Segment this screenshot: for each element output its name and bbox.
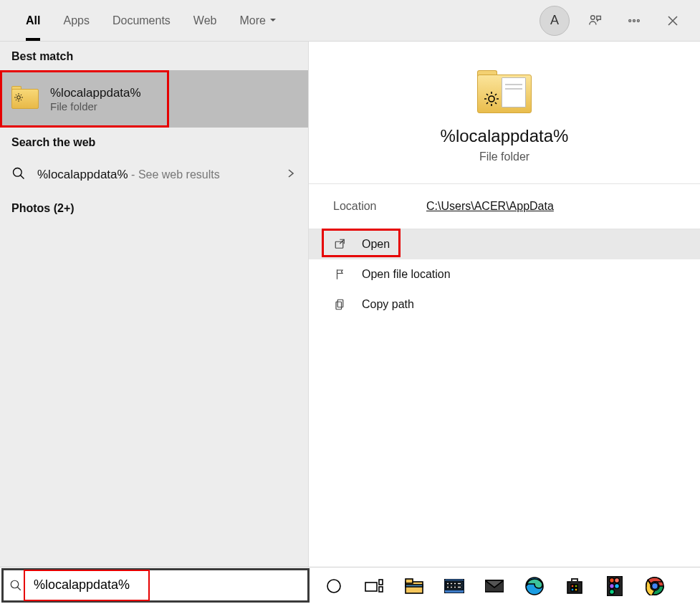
tab-web[interactable]: Web <box>182 0 229 41</box>
svg-rect-27 <box>457 586 461 588</box>
location-value[interactable]: C:\Users\ACER\AppData <box>426 200 554 213</box>
svg-point-6 <box>489 96 494 102</box>
svg-point-44 <box>652 583 658 589</box>
svg-rect-21 <box>450 583 453 585</box>
preview-hero: %localappdata% File folder <box>309 42 700 184</box>
tab-more-label: More <box>239 14 265 27</box>
cortana-icon[interactable] <box>321 573 347 599</box>
search-box[interactable] <box>1 568 310 603</box>
topbar-right-controls: A <box>540 6 693 36</box>
folder-open-icon <box>333 267 347 282</box>
best-match-row-extent[interactable] <box>169 70 308 128</box>
svg-point-37 <box>610 577 615 583</box>
search-results: Best match %localappdata% File folder Se… <box>0 42 700 567</box>
svg-rect-14 <box>379 587 383 592</box>
svg-rect-17 <box>406 585 423 587</box>
action-open-file-location[interactable]: Open file location <box>309 259 700 289</box>
folder-icon <box>11 87 39 110</box>
folder-large-icon <box>477 70 532 113</box>
svg-rect-33 <box>575 585 577 588</box>
file-explorer-icon[interactable] <box>401 573 427 599</box>
svg-rect-8 <box>337 299 343 307</box>
windows-search-window: All Apps Documents Web More A <box>0 0 700 604</box>
svg-point-40 <box>615 583 620 588</box>
tab-all[interactable]: All <box>14 0 52 41</box>
svg-point-3 <box>637 19 639 21</box>
taskbar <box>310 567 700 604</box>
search-web-header: Search the web <box>0 128 308 156</box>
search-icon <box>4 579 28 592</box>
taskbar-area <box>0 567 700 604</box>
best-match-header: Best match <box>0 42 308 70</box>
best-match-text: %localappdata% File folder <box>50 86 141 112</box>
task-view-icon[interactable] <box>361 573 387 599</box>
more-options-icon[interactable] <box>621 8 647 34</box>
web-search-query: %localappdata% <box>37 168 128 181</box>
action-open-file-location-label: Open file location <box>362 268 451 281</box>
microsoft-store-icon[interactable] <box>562 573 588 599</box>
action-copy-path[interactable]: Copy path <box>309 289 700 320</box>
location-label: Location <box>333 200 426 213</box>
photos-header[interactable]: Photos (2+) <box>0 193 308 222</box>
preview-actions: Open Open file location Copy path <box>309 229 700 320</box>
preview-type: File folder <box>479 150 529 163</box>
chevron-right-icon <box>285 168 297 182</box>
svg-rect-25 <box>450 586 453 588</box>
svg-point-39 <box>610 583 615 588</box>
search-input[interactable] <box>28 570 307 600</box>
svg-point-41 <box>610 589 615 594</box>
preview-title: %localappdata% <box>441 126 569 146</box>
svg-rect-7 <box>335 241 343 248</box>
svg-point-11 <box>327 580 340 593</box>
search-filter-tabs: All Apps Documents Web More A <box>0 0 700 42</box>
results-list: Best match %localappdata% File folder Se… <box>0 42 308 567</box>
svg-rect-23 <box>457 583 461 585</box>
svg-point-0 <box>591 15 595 19</box>
best-match-row: %localappdata% File folder <box>0 70 308 128</box>
svg-rect-12 <box>365 583 377 591</box>
search-input-wrap <box>28 570 307 600</box>
figma-icon[interactable] <box>602 573 628 599</box>
copy-icon <box>333 297 347 312</box>
svg-point-2 <box>633 19 636 21</box>
user-avatar[interactable]: A <box>540 6 570 36</box>
close-button[interactable] <box>660 8 686 34</box>
svg-point-10 <box>11 580 19 588</box>
tab-documents[interactable]: Documents <box>101 0 182 41</box>
mail-icon[interactable] <box>481 573 507 599</box>
tab-apps[interactable]: Apps <box>52 0 100 41</box>
svg-rect-13 <box>379 580 383 585</box>
best-match-result[interactable]: %localappdata% File folder <box>0 70 169 128</box>
svg-rect-26 <box>454 586 456 588</box>
action-copy-path-label: Copy path <box>362 298 414 311</box>
web-search-text: %localappdata% - See web results <box>37 168 220 182</box>
svg-rect-31 <box>572 579 577 582</box>
svg-point-38 <box>615 577 620 583</box>
chevron-down-icon <box>269 14 277 27</box>
svg-rect-35 <box>575 588 577 591</box>
web-search-suffix: - See web results <box>128 168 220 181</box>
tab-more[interactable]: More <box>228 0 288 41</box>
svg-rect-20 <box>446 583 449 585</box>
feedback-icon[interactable] <box>582 8 608 34</box>
svg-rect-34 <box>571 588 574 591</box>
best-match-subtitle: File folder <box>50 100 141 112</box>
action-open[interactable]: Open <box>309 229 700 259</box>
best-match-title: %localappdata% <box>50 86 141 100</box>
svg-point-1 <box>629 19 631 21</box>
edge-browser-icon[interactable] <box>522 573 547 599</box>
filter-tabs: All Apps Documents Web More <box>14 0 289 41</box>
chrome-icon[interactable] <box>642 573 668 599</box>
svg-rect-22 <box>454 583 456 585</box>
search-icon <box>11 166 26 183</box>
open-icon <box>333 237 347 251</box>
location-row: Location C:\Users\ACER\AppData <box>309 184 700 229</box>
keyboard-app-icon[interactable] <box>441 573 467 599</box>
svg-point-4 <box>17 96 21 100</box>
web-search-result[interactable]: %localappdata% - See web results <box>0 156 308 193</box>
svg-point-5 <box>14 168 22 177</box>
action-open-label: Open <box>362 238 390 251</box>
svg-rect-24 <box>446 586 449 588</box>
svg-rect-32 <box>571 585 574 588</box>
preview-panel: %localappdata% File folder Location C:\U… <box>308 42 700 567</box>
